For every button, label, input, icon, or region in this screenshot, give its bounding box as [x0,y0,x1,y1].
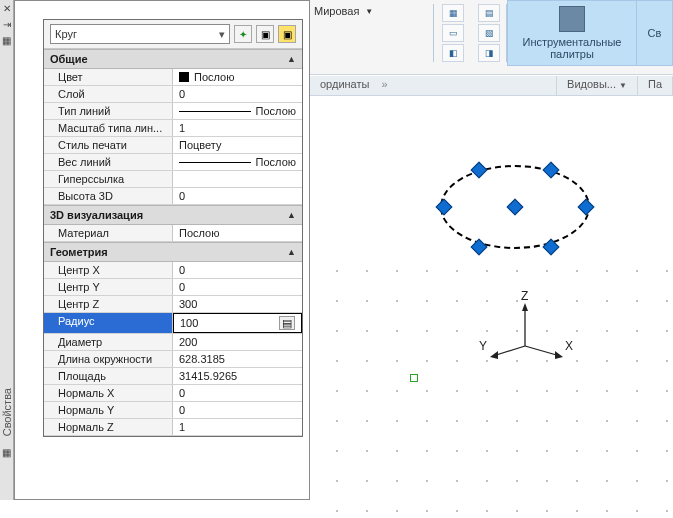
palette-rail: ✕ ⇥ ▦ Свойства ▦ [0,0,14,500]
quick-select-button[interactable]: ✦ [234,25,252,43]
calculator-icon[interactable]: ▤ [279,316,295,330]
chevron-down-icon: ▼ [365,7,373,16]
prop-height3d[interactable]: Высота 3D 0 [44,188,302,205]
axis-x-label: X [565,339,573,353]
axis-y-label: Y [479,339,487,353]
ribbon-button-partial[interactable]: Св [637,0,673,66]
ribbon-small-button[interactable]: ▦ [442,4,464,22]
object-type-label: Круг [55,28,77,40]
ucs-name: Мировая [314,5,359,17]
prop-material[interactable]: Материал Послою [44,225,302,242]
svg-marker-1 [522,303,528,311]
color-swatch [179,72,189,82]
menu-icon[interactable]: ▦ [2,35,12,45]
prop-center-y[interactable]: Центр Y 0 [44,279,302,296]
grid [310,256,673,518]
collapse-icon: ▲ [287,54,296,64]
ribbon-small-button[interactable]: ◧ [442,44,464,62]
svg-marker-5 [490,351,498,359]
panel-tab-coordinates[interactable]: ординаты [310,76,379,95]
panel-tab-partial[interactable]: Па [638,76,673,95]
prop-center-z[interactable]: Центр Z 300 [44,296,302,313]
close-icon[interactable]: ✕ [2,3,12,13]
section-general[interactable]: Общие ▲ [44,49,302,69]
ribbon-button-label: Св [648,27,662,39]
svg-marker-3 [555,351,563,359]
palette-title: Свойства [1,388,13,436]
chevron-down-icon: ▾ [219,28,225,41]
line-preview [179,162,251,163]
tool-palettes-icon [559,6,585,32]
ribbon-small-button[interactable]: ▧ [478,24,500,42]
prop-area[interactable]: Площадь 31415.9265 [44,368,302,385]
properties-palette: Круг ▾ ✦ ▣ ▣ Общие ▲ Цвет Послою Слой 0 … [14,0,310,500]
prop-circumference[interactable]: Длина окружности 628.3185 [44,351,302,368]
ucs-dropdown[interactable]: Мировая ▼ [310,0,413,22]
prop-center-x[interactable]: Центр X 0 [44,262,302,279]
axis-z-label: Z [521,289,528,303]
snap-marker [410,374,418,382]
tool-palettes-label: Инструментальные палитры [512,36,632,60]
svg-line-2 [525,346,560,356]
pickadd-button[interactable]: ▣ [278,25,296,43]
overflow-icon[interactable]: » [379,76,389,95]
collapse-icon: ▲ [287,247,296,257]
prop-color[interactable]: Цвет Послою [44,69,302,86]
ribbon-small-button[interactable]: ◨ [478,44,500,62]
prop-plotstyle[interactable]: Стиль печати Поцвету [44,137,302,154]
tool-palettes-button[interactable]: Инструментальные палитры [507,0,637,66]
pin-icon[interactable]: ⇥ [2,19,12,29]
section-geometry[interactable]: Геометрия ▲ [44,242,302,262]
prop-normal-y[interactable]: Нормаль Y 0 [44,402,302,419]
section-3d-visualization[interactable]: 3D визуализация ▲ [44,205,302,225]
line-preview [179,111,251,112]
prop-diameter[interactable]: Диаметр 200 [44,334,302,351]
options-icon[interactable]: ▦ [2,447,12,457]
panel-tab-views[interactable]: Видовы... ▼ [556,76,638,95]
object-type-dropdown[interactable]: Круг ▾ [50,24,230,44]
prop-normal-z[interactable]: Нормаль Z 1 [44,419,302,436]
select-objects-button[interactable]: ▣ [256,25,274,43]
prop-normal-x[interactable]: Нормаль X 0 [44,385,302,402]
ucs-icon: Z X Y [475,301,575,371]
drawing-viewport[interactable]: Z X Y [310,96,673,518]
prop-linetype[interactable]: Тип линий Послою [44,103,302,120]
ribbon-small-button[interactable]: ▤ [478,4,500,22]
prop-lineweight[interactable]: Вес линий Послою [44,154,302,171]
prop-layer[interactable]: Слой 0 [44,86,302,103]
prop-radius[interactable]: Радиус 100▤ [44,313,302,334]
panel-tabs: ординаты » Видовы... ▼ Па [310,76,673,96]
collapse-icon: ▲ [287,210,296,220]
prop-ltscale[interactable]: Масштаб типа лин... 1 [44,120,302,137]
ribbon-small-button[interactable]: ▭ [442,24,464,42]
prop-hyperlink[interactable]: Гиперссылка [44,171,302,188]
